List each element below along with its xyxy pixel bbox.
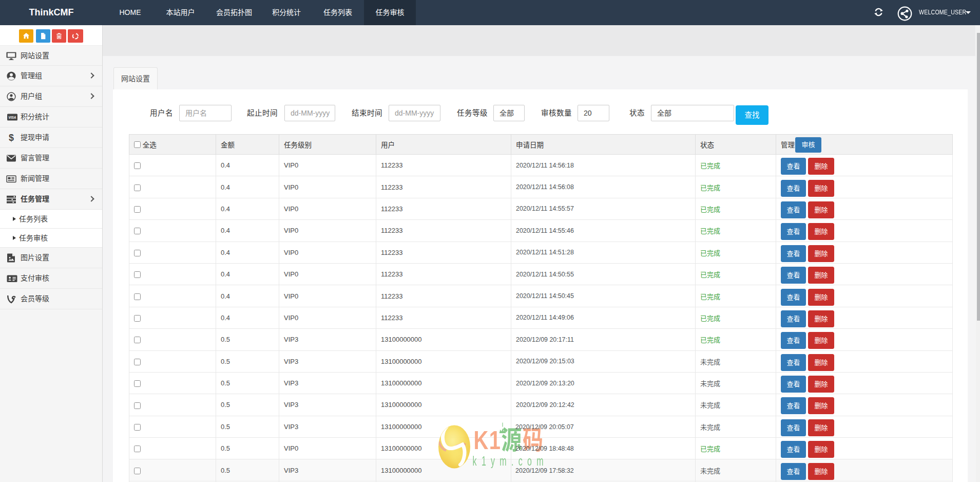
- svg-text:VISA: VISA: [9, 116, 16, 119]
- svg-text:k1ym.com: k1ym.com: [473, 454, 548, 468]
- svg-text:$: $: [9, 133, 14, 143]
